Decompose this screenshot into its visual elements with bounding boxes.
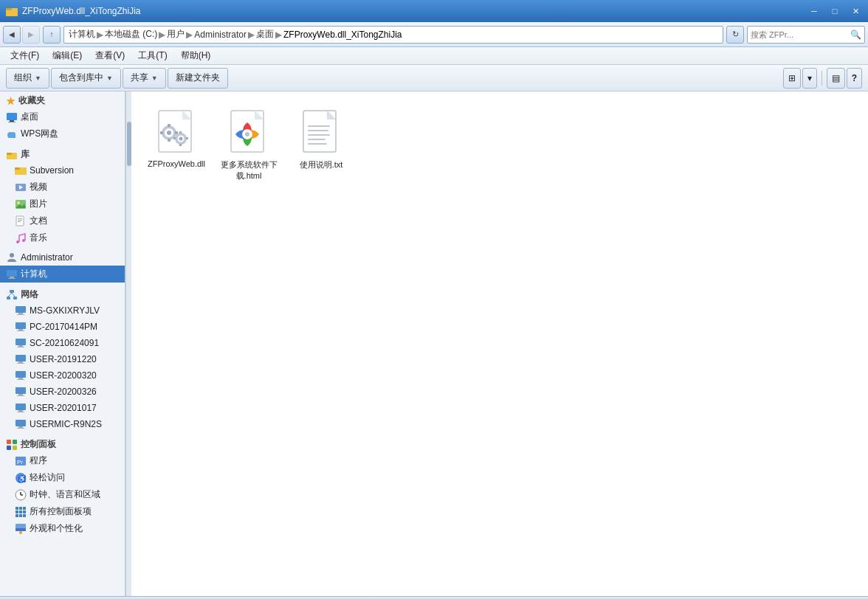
sidebar-item-subversion[interactable]: Subversion xyxy=(0,162,125,179)
organize-arrow: ▼ xyxy=(35,75,41,82)
address-path-box[interactable]: 计算机 ▶ 本地磁盘 (C:) ▶ 用户 ▶ Administrator ▶ 桌… xyxy=(63,26,723,44)
sidebar-item-video[interactable]: 视频 xyxy=(0,179,125,195)
txt-file-label: 使用说明.txt xyxy=(300,159,343,170)
sidebar-item-usermic[interactable]: USERMIC-R9N2S xyxy=(0,416,125,432)
menu-edit[interactable]: 编辑(E) xyxy=(46,48,88,63)
close-button[interactable]: ✕ xyxy=(846,4,865,18)
svg-rect-94 xyxy=(173,137,176,139)
svg-rect-75 xyxy=(23,514,26,517)
svg-rect-107 xyxy=(308,134,330,136)
toolbar: 组织 ▼ 包含到库中 ▼ 共享 ▼ 新建文件夹 ⊞ ▾ ▤ ? xyxy=(0,65,868,91)
sidebar-item-administrator[interactable]: Administrator xyxy=(0,249,125,266)
breadcrumb-desktop[interactable]: 桌面 xyxy=(256,28,274,41)
folder-title-icon xyxy=(6,5,18,17)
search-input[interactable] xyxy=(751,30,847,39)
menu-help[interactable]: 帮助(H) xyxy=(175,48,217,63)
usermic-label: USERMIC-R9N2S xyxy=(30,419,102,429)
breadcrumb-users[interactable]: 用户 xyxy=(167,28,185,41)
favorites-header: ★ 收藏夹 xyxy=(0,91,125,108)
view-large-icons-button[interactable]: ⊞ xyxy=(783,68,801,89)
sidebar-item-all-panel[interactable]: 所有控制面板项 xyxy=(0,503,125,520)
help-button[interactable]: ? xyxy=(847,68,862,89)
new-folder-button[interactable]: 新建文件夹 xyxy=(168,68,228,89)
svg-rect-29 xyxy=(13,297,17,300)
minimize-button[interactable]: ─ xyxy=(805,4,824,18)
titlebar-controls: ─ □ ✕ xyxy=(805,4,865,18)
up-button[interactable]: ↑ xyxy=(43,26,61,44)
sidebar-item-pc-2017[interactable]: PC-20170414PM xyxy=(0,319,125,335)
svg-rect-108 xyxy=(308,139,326,140)
sidebar-item-wps[interactable]: WPS网盘 xyxy=(0,125,125,142)
svg-rect-52 xyxy=(17,412,24,412)
titlebar: ZFProxyWeb.dll_XiTongZhiJia ─ □ ✕ xyxy=(0,0,868,22)
sidebar-item-clock[interactable]: 时钟、语言和区域 xyxy=(0,486,125,503)
refresh-button[interactable]: ↻ xyxy=(726,26,744,44)
svg-rect-20 xyxy=(18,221,21,222)
file-item-dll[interactable]: ZFProxyWeb.dll xyxy=(143,103,210,187)
sidebar-item-sc-2021[interactable]: SC-20210624091 xyxy=(0,335,125,351)
svg-rect-25 xyxy=(10,277,14,278)
svg-rect-55 xyxy=(17,428,24,429)
maximize-button[interactable]: □ xyxy=(825,4,844,18)
menu-tools[interactable]: 工具(T) xyxy=(132,48,173,63)
wps-label: WPS网盘 xyxy=(21,128,58,140)
svg-rect-69 xyxy=(23,507,26,510)
sidebar-item-desktop[interactable]: 桌面 xyxy=(0,108,125,125)
breadcrumb-drive[interactable]: 本地磁盘 (C:) xyxy=(105,28,157,41)
organize-button[interactable]: 组织 ▼ xyxy=(6,68,49,89)
svg-rect-3 xyxy=(10,120,14,122)
organize-label: 组织 xyxy=(14,72,32,84)
sidebar-item-appearance[interactable]: 外观和个性化 xyxy=(0,520,125,537)
network-computer-icon-3 xyxy=(15,337,27,349)
menu-file[interactable]: 文件(F) xyxy=(4,48,45,63)
share-arrow: ▼ xyxy=(151,75,158,82)
sidebar-item-documents[interactable]: 文档 xyxy=(0,212,125,229)
svg-rect-86 xyxy=(168,139,170,142)
svg-point-23 xyxy=(10,253,14,257)
breadcrumb-current[interactable]: ZFProxyWeb.dll_XiTongZhiJia xyxy=(283,30,402,40)
svg-rect-68 xyxy=(19,507,22,510)
content-area: ZFProxyWeb.dll xyxy=(131,91,868,596)
toolbar-separator xyxy=(822,71,822,86)
sidebar-item-user-2019[interactable]: USER-20191220 xyxy=(0,351,125,367)
sidebar-item-ms-gxk[interactable]: MS-GXKIXRYJLV xyxy=(0,302,125,319)
svg-rect-67 xyxy=(16,507,18,510)
control-panel-header: 控制面板 xyxy=(0,435,125,452)
svg-point-101 xyxy=(245,132,249,136)
sidebar: ★ 收藏夹 桌面 WPS网盘 库 xyxy=(0,91,125,596)
sidebar-item-user-202010[interactable]: USER-20201017 xyxy=(0,400,125,416)
svg-rect-71 xyxy=(19,510,22,513)
network-label: 网络 xyxy=(21,288,38,301)
include-library-button[interactable]: 包含到库中 ▼ xyxy=(51,68,121,89)
back-button[interactable]: ◀ xyxy=(3,26,21,44)
sidebar-scrollbar-thumb[interactable] xyxy=(127,122,131,166)
sidebar-scrollbar[interactable] xyxy=(125,91,131,596)
share-button[interactable]: 共享 ▼ xyxy=(123,68,166,89)
sidebar-item-pictures[interactable]: 图片 xyxy=(0,195,125,212)
sidebar-item-user-202003[interactable]: USER-20200320 xyxy=(0,367,125,384)
details-pane-button[interactable]: ▤ xyxy=(827,68,845,89)
sidebar-item-ease-access[interactable]: ♿ 轻松访问 xyxy=(0,469,125,486)
sidebar-item-music[interactable]: 音乐 xyxy=(0,229,125,246)
search-box[interactable]: 🔍 xyxy=(747,26,865,44)
computer-label: 计算机 xyxy=(21,268,47,280)
html-file-icon xyxy=(225,109,272,156)
sidebar-item-computer[interactable]: 计算机 xyxy=(0,266,125,283)
share-label: 共享 xyxy=(131,72,148,84)
cloud-icon xyxy=(6,128,18,140)
breadcrumb-computer[interactable]: 计算机 xyxy=(69,28,95,41)
file-item-html[interactable]: 更多系统软件下载.html xyxy=(216,103,282,187)
allpanel-icon xyxy=(15,506,27,518)
breadcrumb-admin[interactable]: Administrator xyxy=(194,30,247,40)
view-list-button[interactable]: ▾ xyxy=(802,68,817,89)
file-item-txt[interactable]: 使用说明.txt xyxy=(288,103,354,187)
menubar: 文件(F) 编辑(E) 查看(V) 工具(T) 帮助(H) xyxy=(0,47,868,65)
desktop-label: 桌面 xyxy=(21,111,38,123)
all-panel-label: 所有控制面板项 xyxy=(30,505,92,518)
subversion-label: Subversion xyxy=(30,165,74,176)
administrator-label: Administrator xyxy=(21,252,73,263)
forward-button[interactable]: ▶ xyxy=(22,26,40,44)
menu-view[interactable]: 查看(V) xyxy=(89,48,131,63)
sidebar-item-programs[interactable]: Pr 程序 xyxy=(0,452,125,469)
sidebar-item-user-200326[interactable]: USER-20200326 xyxy=(0,384,125,400)
